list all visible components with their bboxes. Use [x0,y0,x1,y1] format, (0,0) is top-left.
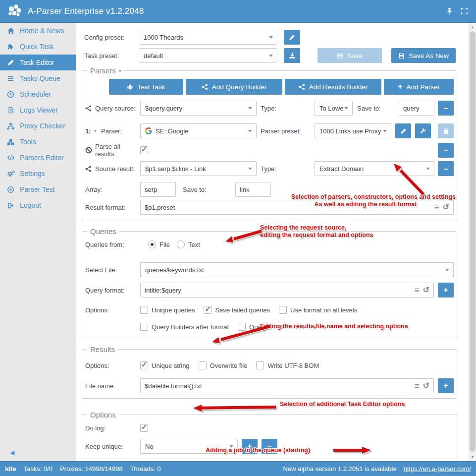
delete-parser-button[interactable] [438,123,454,138]
do-log-row: Do log: [85,422,454,434]
checkbox-label: Use format on all levels [290,306,357,314]
app-title: A-Parser Enterprise v1.2.2048 [28,6,144,16]
sidebar-item-task-editor[interactable]: Task Editor [0,55,76,70]
task-preset-select[interactable]: default [139,48,277,63]
checkbox-overwrite-file[interactable] [199,361,207,369]
file-name-input[interactable] [141,382,415,390]
share-icon [85,105,95,112]
config-preset-select[interactable]: 1000 Theards [139,30,277,45]
sidebar-item-label: Proxy Checker [20,122,65,130]
file-name-row: File name: ≡ ↺ + [85,378,454,393]
task-preset-row: Task preset: default Save Save As New [84,48,469,63]
sidebar-item-parser-test[interactable]: Parser Test [0,181,76,197]
queries-from-text-radio[interactable] [177,240,185,248]
parser-preset-select[interactable]: 1000 Links use Proxy [315,123,391,138]
sidebar-item-home-news[interactable]: Home & News [0,23,76,39]
scroll-down-icon[interactable]: ▼ [469,453,476,461]
sidebar-item-label: Home & News [20,27,64,35]
checkbox-query-builders-after-format[interactable] [140,323,148,331]
parser-select[interactable]: SE::Google [140,123,257,138]
parse-all-results-checkbox[interactable] [140,146,148,154]
queries-from-row: Queries from: File Text [85,238,454,250]
format-history-icon[interactable]: ↺ [423,382,429,390]
checkbox-unique-queries[interactable] [140,306,148,314]
add-file-name-button[interactable]: + [438,378,454,393]
add-query-builder-button[interactable]: Add Query Builder [186,79,282,95]
legend-caret-icon: ▾ [119,68,121,73]
sidebar-item-quick-task[interactable]: Quick Task [0,39,76,55]
type-label: Type: [257,105,315,112]
source-result-select[interactable]: $p1.serp.$i.link - Link [140,161,257,176]
sidebar-collapse-icon[interactable]: ◀ [10,449,14,456]
sidebar-item-proxy-checker[interactable]: Proxy Checker [0,118,76,134]
query-source-save-to-input[interactable] [399,101,434,116]
chevron-down-icon[interactable]: ▾ [94,128,101,133]
query-source-row: Query source: $query.query Type: To Lowe… [85,101,454,116]
checkbox-save-failed-queries[interactable] [204,306,212,314]
add-results-builder-button[interactable]: Add Results Builder [285,79,381,95]
code-icon [6,154,15,162]
format-menu-icon[interactable]: ≡ [415,286,420,295]
task-editor-panel: Config preset: 1000 Theards Task preset:… [76,23,469,461]
format-history-icon[interactable]: ↺ [443,203,449,211]
checkbox-use-format-on-all-levels[interactable] [279,306,287,314]
remove-parser-row-button[interactable]: − [438,143,454,158]
queries-from-file-radio[interactable] [148,240,156,248]
remove-results-builder-button[interactable]: − [438,161,454,176]
save-button[interactable]: Save [317,48,382,63]
update-link[interactable]: https://en.a-parser.com/ [403,465,471,473]
save-icon [398,53,405,59]
annotation-arrow-parsers [388,158,427,198]
fullscreen-icon[interactable] [461,7,468,15]
sidebar-item-scheduler[interactable]: Scheduler [0,86,76,102]
sidebar-item-label: Parsers Editor [20,154,64,162]
sidebar-item-tasks-queue[interactable]: Tasks Queue [0,70,76,86]
sidebar-item-settings[interactable]: Settings [0,166,76,181]
do-log-checkbox[interactable] [140,424,148,432]
select-file-row: Select File: queries/keywords.txt [85,262,454,277]
results-options-label: Options: [85,362,140,369]
sidebar-item-logout[interactable]: Logout [0,197,76,213]
add-query-format-button[interactable]: + [438,283,454,298]
checkbox-write-utf-8-bom[interactable] [256,361,264,369]
checkbox-unique-string[interactable] [140,361,148,369]
results-legend: Results [87,345,118,354]
edit-config-preset-button[interactable] [284,30,300,45]
format-menu-icon[interactable]: ≡ [415,382,420,390]
array-input[interactable] [140,182,176,197]
ban-icon [85,147,95,154]
edit-parser-preset-button[interactable] [395,123,411,138]
remove-query-builder-button[interactable]: − [438,101,454,116]
add-parser-button[interactable]: + Add Parser [384,79,454,95]
save-to-label: Save to: [176,186,235,193]
query-format-row: Query format: ≡ ↺ + [85,283,454,298]
status-proxies: Proxies: 14998/14998 [60,465,122,473]
puzzle-icon [6,43,15,51]
test-task-button[interactable]: Test Task [109,79,183,95]
parser-label: Parser: [101,127,140,135]
save-as-new-button[interactable]: Save As New [391,48,456,63]
do-log-label: Do log: [85,424,140,432]
queries-options-label: Options: [85,306,140,314]
download-task-preset-button[interactable] [284,48,300,63]
array-save-to-input[interactable] [235,182,271,197]
sidebar-item-tools[interactable]: Tools [0,134,76,150]
array-label: Array: [85,186,140,193]
sidebar-item-logs-viewer[interactable]: Logs Viewer [0,102,76,118]
source-result-label: Source result: [95,165,140,173]
select-file-select[interactable]: queries/keywords.txt [140,262,454,277]
sidebar-item-parsers-editor[interactable]: Parsers Editor [0,150,76,166]
query-source-type-select[interactable]: To Lower [315,101,353,116]
query-source-select[interactable]: $query.query [140,101,257,116]
checkbox-item: Unique queries [140,306,195,314]
parsers-legend[interactable]: Parsers▾ [87,66,124,75]
scroll-up-icon[interactable]: ▲ [469,23,476,31]
pin-icon[interactable] [446,7,453,15]
keep-unique-label: Keep unique: [85,443,140,450]
scrollbar-thumb[interactable] [470,31,476,452]
checkbox-item: Unique string [140,361,190,369]
parser-options-button[interactable] [415,123,431,138]
query-format-input[interactable] [141,287,415,294]
checkbox-label: Write UTF-8 BOM [267,362,319,369]
format-history-icon[interactable]: ↺ [423,286,429,294]
